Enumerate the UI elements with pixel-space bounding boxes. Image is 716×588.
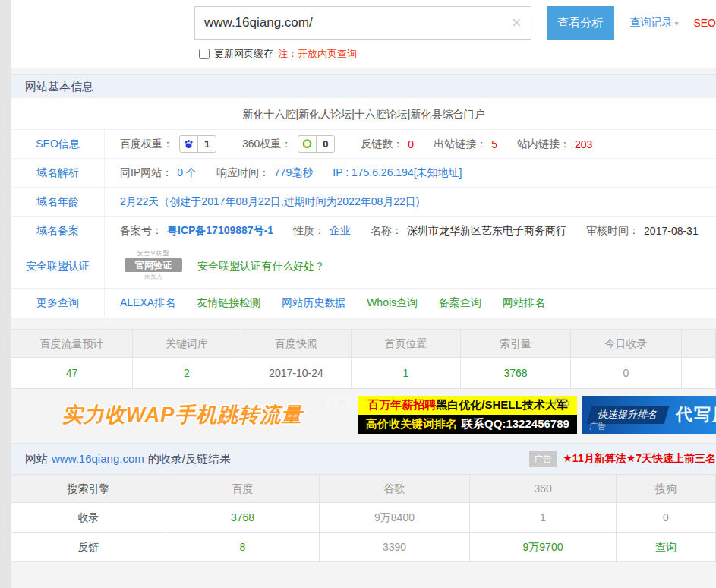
icp-nature-label: 性质：	[293, 224, 325, 238]
dns-row: 域名解析 同IP网站：0 个 响应时间：779毫秒 IP : 175.6.26.…	[11, 159, 716, 188]
domain-age-value: 2月22天（创建于2017年08月22日,过期时间为2022年08月22日)	[120, 195, 420, 209]
rt-header-baidu: 百度	[166, 475, 320, 502]
clear-icon[interactable]: ×	[503, 14, 531, 31]
result-head: 网站www.16qiang.com的收录/反链结果 广告 ★11月新算法★7天快…	[11, 444, 716, 474]
weight-360-badge[interactable]: 0	[298, 135, 335, 153]
icp-query-link[interactable]: 备案查询	[439, 296, 481, 310]
rt-index-sogou: 0	[617, 503, 716, 532]
ad-banner-row: 实力收WAP手机跳转流量 广告 百万年薪招聘黑白优化/SHELL技术大军 高价收…	[11, 396, 716, 434]
stats-header-extra	[682, 330, 716, 357]
seo-query-page: × 查看分析 查询记录▾ SEO 更新网页缓存 注：开放内页查询 网站基本信息 …	[0, 0, 716, 588]
stats-value-traffic[interactable]: 47	[11, 358, 133, 388]
seo-info-row: SEO信息 百度权重： 1 360权重： 0 反链数：0 出站链接：5	[11, 130, 716, 159]
site-rank-link[interactable]: 网站排名	[503, 296, 545, 310]
sogou-query-link[interactable]: 查询	[617, 533, 715, 561]
result-card: 网站www.16qiang.com的收录/反链结果 广告 ★11月新算法★7天快…	[11, 443, 716, 562]
stats-header-keywords: 关键词库	[133, 330, 241, 357]
ad-tag: 广告	[550, 397, 574, 408]
topbar: × 查看分析 查询记录▾ SEO 更新网页缓存 注：开放内页查询	[11, 0, 716, 68]
history-link[interactable]: 查询记录▾	[629, 16, 678, 30]
icp-nature: 企业	[330, 224, 351, 238]
result-head-ad[interactable]: 广告 ★11月新算法★7天快速上前三名	[529, 451, 716, 467]
basic-info-card: 网站基本信息 新化十六腔|新化人论坛|十六腔论坛|新化县综合门户 SEO信息 百…	[11, 74, 716, 318]
same-ip-value[interactable]: 0 个	[177, 166, 197, 180]
domain-age-row: 域名年龄 2月22天（创建于2017年08月22日,过期时间为2022年08月2…	[11, 188, 716, 217]
result-title: 网站www.16qiang.com的收录/反链结果	[25, 452, 231, 466]
stats-value-index[interactable]: 3768	[461, 358, 571, 388]
stats-value-snapshot: 2017-10-24	[241, 358, 352, 388]
rt-header-360: 360	[470, 475, 617, 502]
alexa-rank-link[interactable]: ALEXA排名	[120, 296, 175, 310]
security-union-badge-icon[interactable]: 安全V联盟 官网验证 未加入	[120, 249, 187, 284]
inlinks-label: 站内链接：	[517, 138, 570, 151]
stats-header-today: 今日收录	[571, 330, 682, 357]
outlinks-label: 出站链接：	[434, 138, 487, 151]
backlinks-label: 反链数：	[361, 138, 403, 151]
baidu-stats-table: 百度流量预计 关键词库 百度快照 首页位置 索引量 今日收录 47 2 2017…	[11, 329, 716, 389]
baidu-weight-badge[interactable]: 1	[179, 135, 216, 153]
index-backlink-table: 搜索引擎 百度 谷歌 360 搜狗 收录 3768 9万8400 1 0 反链 …	[11, 474, 716, 561]
friend-link-check-link[interactable]: 友情链接检测	[197, 296, 260, 310]
baidu-paw-icon	[180, 136, 198, 152]
security-badge-top: 安全V联盟	[120, 249, 187, 258]
security-label: 安全联盟认证	[11, 245, 105, 288]
icp-row: 域名备案 备案号：粤ICP备17109887号-1 性质：企业 名称：深圳市龙华…	[11, 217, 716, 245]
outlinks-value: 5	[491, 138, 497, 150]
rt-header-engine: 搜索引擎	[11, 475, 166, 502]
chevron-down-icon: ▾	[674, 19, 678, 27]
ad-tag: 广告	[326, 397, 351, 409]
update-cache-label: 更新网页缓存	[214, 47, 273, 61]
rt-header-google: 谷歌	[320, 475, 470, 502]
recruit-ad-banner[interactable]: 百万年薪招聘黑白优化/SHELL技术大军 高价收关键词排名联系QQ:132245…	[358, 396, 577, 434]
response-time-label: 响应时间：	[216, 166, 270, 180]
stats-header-traffic: 百度流量预计	[11, 330, 133, 357]
backlinks-value: 0	[408, 138, 414, 150]
inner-page-note: 注：开放内页查询	[278, 47, 357, 61]
security-row: 安全联盟认证 安全V联盟 官网验证 未加入 安全联盟认证有什么好处？	[11, 245, 716, 289]
wap-traffic-ad-banner[interactable]: 实力收WAP手机跳转流量 广告	[11, 396, 354, 434]
site-title: 新化十六腔|新化人论坛|十六腔论坛|新化县综合门户	[11, 98, 716, 130]
table-row-index: 收录 3768 9万8400 1 0	[11, 502, 716, 532]
update-cache-checkbox[interactable]	[199, 49, 210, 59]
analyze-button[interactable]: 查看分析	[547, 6, 615, 40]
icp-audit-label: 审核时间：	[586, 224, 639, 238]
ad-tag: 广告	[589, 421, 606, 432]
seo-info-label: SEO信息	[11, 130, 105, 158]
rt-index-baidu[interactable]: 3768	[166, 503, 320, 532]
rank-boost-text: 代写原创	[676, 403, 716, 426]
same-ip-label: 同IP网站：	[120, 166, 172, 180]
stats-value-homepos: 1	[352, 358, 461, 388]
ip-address[interactable]: IP : 175.6.26.194[未知地址]	[333, 166, 462, 180]
result-domain[interactable]: www.16qiang.com	[52, 452, 144, 465]
basic-info-title: 网站基本信息	[11, 75, 716, 98]
site-history-link[interactable]: 网站历史数据	[282, 296, 345, 310]
table-row-backlink: 反链 8 3390 9万9700 查询	[11, 532, 716, 561]
icp-label: 域名备案	[11, 217, 105, 245]
rt-backlink-google: 3390	[320, 533, 470, 561]
rt-index-360: 1	[470, 503, 617, 532]
rt-backlink-sogou-query: 查询	[617, 533, 716, 561]
icp-number[interactable]: 粤ICP备17109887号-1	[167, 224, 273, 238]
whois-link[interactable]: Whois查询	[367, 296, 418, 310]
security-badge-mid: 官网验证	[125, 258, 182, 272]
search-box: ×	[194, 6, 531, 40]
stats-value-keywords[interactable]: 2	[133, 358, 241, 388]
domain-age-label: 域名年龄	[11, 188, 105, 216]
rt-backlink-baidu[interactable]: 8	[166, 533, 320, 561]
rank-boost-ad-banner[interactable]: 快速提升排名 代写原创 广告	[582, 396, 716, 434]
icp-name: 深圳市龙华新区艺东电子商务商行	[407, 224, 566, 238]
360-logo-icon	[298, 136, 317, 152]
seo-link[interactable]: SEO	[693, 17, 716, 29]
search-input[interactable]	[195, 8, 503, 38]
rt-row-label: 反链	[11, 533, 166, 561]
weight-360-value: 0	[317, 138, 334, 150]
ad-tag: 广告	[529, 451, 557, 467]
icp-number-label: 备案号：	[120, 224, 162, 238]
result-ad-text: ★11月新算法★7天快速上前三名	[563, 452, 716, 466]
more-query-row: 更多查询 ALEXA排名 友情链接检测 网站历史数据 Whois查询 备案查询 …	[11, 289, 716, 318]
rt-index-google: 9万8400	[320, 503, 470, 532]
left-gutter	[0, 0, 11, 588]
history-link-label: 查询记录	[629, 16, 672, 28]
icp-audit-date: 2017-08-31	[644, 225, 699, 237]
security-benefit-link[interactable]: 安全联盟认证有什么好处？	[197, 260, 325, 273]
